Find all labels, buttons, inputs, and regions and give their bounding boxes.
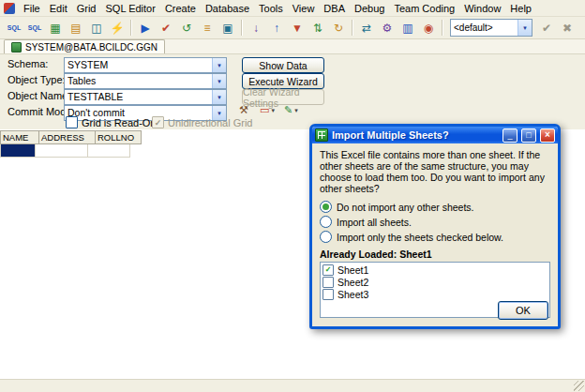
dialog-title-bar[interactable]: Import Multiple Sheets? _ □ × [312,127,558,143]
monitor-icon[interactable]: ◉ [418,18,439,38]
open-sql-file-icon[interactable]: SQL [24,18,45,38]
column-header-name[interactable]: NAME [0,130,39,144]
object-name-value: TESTTABLE [65,90,212,104]
main-toolbar: SQL SQL ▦ ▤ ◫ ⚡ ▶ ✔ ↺ ≡ ▣ ↓ ↑ ▼ ⇅ ↻ ⇄ ⚙ … [0,17,585,39]
grid-cell-selected[interactable] [0,144,36,158]
show-data-button[interactable]: Show Data [242,57,324,73]
menu-item-team-coding[interactable]: Team Coding [389,2,459,15]
excel-sheet-icon [315,128,328,142]
radio-option-no-import[interactable]: Do not import any other sheets. [320,201,550,213]
schema-browser-icon[interactable]: ▦ [45,18,66,38]
minimize-icon[interactable]: _ [502,128,518,143]
sheet2-checkbox[interactable] [322,277,334,288]
connection-tab[interactable]: SYSTEM@BATA.BCILDC.GGN [4,39,165,53]
already-loaded-label: Already Loaded: Sheet1 [320,249,550,260]
unidirectional-checkbox-row: Unidirectional Grid [152,116,252,128]
application-window: File Edit Grid SQL Editor Create Databas… [0,0,585,392]
column-header-rollno[interactable]: ROLLNO [96,130,142,144]
chevron-down-icon[interactable] [518,20,532,36]
sql-editor-icon[interactable]: ▤ [66,18,86,38]
sheet1-checkbox[interactable] [322,264,334,276]
resize-grip[interactable] [574,381,584,391]
commit-icon[interactable]: ✔ [156,18,176,38]
menu-item-sql-editor[interactable]: SQL Editor [100,2,159,15]
menu-item-grid[interactable]: Grid [72,2,101,15]
grid-header-row: NAME ADDRESS ROLLNO [0,130,142,144]
radio-option-import-all[interactable]: Import all sheets. [320,216,550,228]
list-item-sheet2[interactable]: Sheet2 [322,276,548,288]
sheet1-label: Sheet1 [338,264,368,276]
import-sheets-dialog: Import Multiple Sheets? _ □ × This Excel… [309,124,561,329]
toolbar-separator [130,20,132,36]
data-export-icon[interactable]: ↓ [246,18,266,38]
grid-cell[interactable] [36,144,88,158]
team-coding-icon[interactable]: ⚙ [377,18,398,38]
maximize-icon[interactable]: □ [521,128,536,143]
desktop-combobox[interactable]: <default> [450,19,532,37]
data-import-icon[interactable]: ↑ [266,18,287,38]
menu-item-dba[interactable]: DBA [319,2,350,15]
connection-tab-label: SYSTEM@BATA.BCILDC.GGN [25,42,158,53]
menu-item-database[interactable]: Database [201,2,254,15]
rollback-icon[interactable]: ↺ [176,18,197,38]
radio-label: Import only the sheets checked below. [337,232,503,243]
chevron-down-icon[interactable] [212,90,226,104]
list-item-sheet1[interactable]: Sheet1 [322,264,548,276]
compare-icon[interactable]: ⇄ [356,18,377,38]
data-grid: NAME ADDRESS ROLLNO [0,130,142,158]
import-form-panel: Schema: SYSTEM Show Data Object Type: Ta… [0,54,585,129]
menu-item-debug[interactable]: Debug [350,2,389,15]
radio-option-import-checked[interactable]: Import only the sheets checked below. [320,231,550,243]
unidirectional-grid-label: Unidirectional Grid [168,117,252,128]
menu-item-window[interactable]: Window [459,2,505,15]
menu-item-create[interactable]: Create [160,2,201,15]
object-type-label: Object Type: [8,74,66,85]
menu-item-file[interactable]: File [19,2,45,15]
report-manager-icon[interactable]: ▥ [398,18,418,38]
radio-button-icon[interactable] [320,216,332,228]
list-item-sheet3[interactable]: Sheet3 [322,288,548,300]
grid-cell[interactable] [88,144,130,158]
sort-icon[interactable]: ⇅ [308,18,328,38]
sheet3-checkbox[interactable] [322,289,334,300]
menu-item-tools[interactable]: Tools [254,2,288,15]
grid-edit-icon[interactable]: ✎ [281,101,301,119]
apply-filter-icon[interactable]: ✔ [536,18,557,38]
clear-data-icon[interactable]: ▭ [257,101,278,119]
app-icon [4,3,15,14]
new-connection-icon[interactable]: ⚡ [107,18,128,38]
connection-tab-bar: SYSTEM@BATA.BCILDC.GGN [0,39,585,54]
chevron-down-icon[interactable] [212,58,226,72]
import-options-radio-group: Do not import any other sheets. Import a… [320,201,550,243]
object-type-combobox[interactable]: Tables [64,73,227,89]
schema-label: Schema: [8,58,48,69]
database-icon [11,42,22,53]
execute-icon[interactable]: ▶ [135,18,156,38]
new-sql-file-icon[interactable]: SQL [4,18,24,38]
toolbar-separator [241,20,243,36]
menu-item-edit[interactable]: Edit [45,2,72,15]
schema-combobox[interactable]: SYSTEM [64,57,227,73]
schema-value: SYSTEM [65,58,212,72]
radio-button-icon[interactable] [320,231,332,243]
object-name-label: Object Name: [8,90,70,101]
column-header-address[interactable]: ADDRESS [39,130,96,144]
menu-item-view[interactable]: View [288,2,320,15]
describe-objects-icon[interactable]: ≡ [197,18,218,38]
radio-button-icon[interactable] [320,201,332,213]
chevron-down-icon[interactable] [212,74,226,88]
menu-item-help[interactable]: Help [505,2,536,15]
refresh-icon[interactable]: ↻ [328,18,349,38]
ok-button[interactable]: OK [498,301,548,320]
object-name-combobox[interactable]: TESTTABLE [64,89,227,105]
toolbar-separator [442,20,443,36]
dialog-message: This Excel file contains more than one s… [320,149,550,194]
grid-readonly-checkbox[interactable] [66,116,78,128]
filter-icon[interactable]: ▼ [287,18,308,38]
session-browser-icon[interactable]: ◫ [86,18,107,38]
status-bar [0,379,585,392]
object-palette-icon[interactable]: ▣ [218,18,238,38]
grid-readonly-checkbox-row: Grid is Read-Only [66,116,163,128]
close-icon[interactable]: × [540,128,555,143]
cancel-filter-icon[interactable]: ✖ [557,18,578,38]
